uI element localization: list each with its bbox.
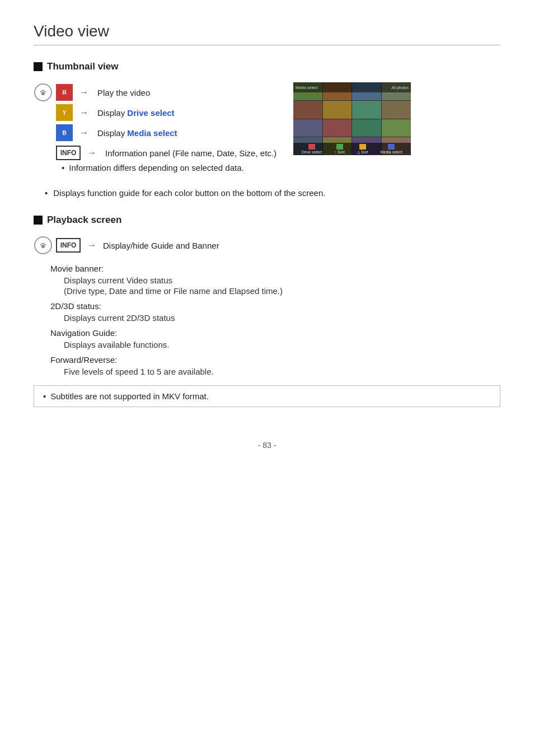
blue-button-icon: B	[56, 124, 73, 141]
row2-desc: Display Drive select	[97, 108, 175, 118]
thumb-cell	[352, 119, 381, 137]
thumb-cell	[352, 101, 381, 119]
svg-point-3	[41, 245, 45, 248]
row4-desc: Information panel (File name, Date, Size…	[105, 148, 277, 158]
remote-icon	[34, 83, 53, 102]
detail-nav-guide: Navigation Guide: Displays available fun…	[50, 328, 500, 349]
thumb-top-bar: Media select All photos	[293, 82, 411, 92]
thumbnail-preview-image: Media select All photos	[293, 82, 411, 155]
forward-reverse-label: Forward/Reverse:	[50, 355, 500, 365]
thumb-btn-3: △ Sort	[357, 144, 368, 155]
nav-guide-label: Navigation Guide:	[50, 328, 500, 338]
thumb-btn-2: ↑ Sort	[335, 144, 345, 154]
nav-guide-value: Displays available functions.	[50, 340, 500, 349]
thumbnail-section: Thumbnail view R → Play the video Y	[34, 61, 500, 198]
detail-2d3d-status: 2D/3D status: Displays current 2D/3D sta…	[50, 301, 500, 323]
thumb-cell	[382, 119, 411, 137]
arrow-icon-3: →	[79, 128, 88, 138]
page-title: Video view	[34, 22, 500, 45]
playback-details: Movie banner: Displays current Video sta…	[50, 264, 500, 376]
detail-movie-banner: Movie banner: Displays current Video sta…	[50, 264, 500, 296]
svg-point-1	[41, 92, 45, 95]
thumbnail-row-3: B → Display Media select	[34, 123, 277, 143]
movie-banner-label: Movie banner:	[50, 264, 500, 273]
playback-section-square-icon	[34, 216, 43, 225]
row1-desc: Play the video	[97, 88, 150, 97]
media-select-link: Media select	[127, 128, 177, 138]
playback-action-row: INFO → Display/hide Guide and Banner	[34, 236, 500, 255]
playback-remote-icon	[34, 236, 53, 255]
thumb-btn-1: Drive select	[302, 144, 322, 154]
info-sub-bullet-text: Information differs depending on selecte…	[69, 163, 243, 172]
info-button-icon: INFO	[56, 146, 81, 160]
drive-select-link: Drive select	[127, 108, 174, 118]
thumbnail-row-2: Y → Display Drive select	[34, 102, 277, 123]
thumb-cell	[323, 101, 352, 119]
thumb-cell	[382, 101, 411, 119]
thumbnail-heading-label: Thumbnail view	[47, 61, 119, 72]
yellow-button-icon: Y	[56, 104, 73, 121]
playback-arrow-icon: →	[87, 240, 96, 250]
thumb-top-left: Media select	[296, 86, 317, 90]
thumb-bottom-bar: Drive select ↑ Sort △ Sort Media select	[293, 143, 411, 155]
2d3d-status-value: Displays current 2D/3D status	[50, 313, 500, 323]
section-square-icon	[34, 62, 43, 71]
playback-section: Playback screen INFO → Display/hide Guid…	[34, 214, 500, 407]
detail-forward-reverse: Forward/Reverse: Five levels of speed 1 …	[50, 355, 500, 376]
red-button-icon: R	[56, 84, 73, 101]
arrow-icon-4: →	[87, 148, 96, 158]
arrow-icon-1: →	[79, 87, 88, 97]
thumbnail-bottom-bullet: Displays function guide for each color b…	[34, 188, 500, 198]
row3-desc: Display Media select	[97, 128, 177, 138]
thumb-btn-4: Media select	[381, 144, 402, 154]
page-number: - 83 -	[34, 441, 500, 450]
2d3d-status-label: 2D/3D status:	[50, 301, 500, 311]
movie-banner-value-1: Displays current Video status	[50, 276, 500, 285]
playback-heading-label: Playback screen	[47, 214, 121, 226]
note-bullet: •	[43, 391, 46, 401]
playback-action-desc: Display/hide Guide and Banner	[103, 241, 219, 250]
info-sub-bullet: Information differs depending on selecte…	[34, 163, 277, 172]
playback-info-icon: INFO	[56, 238, 81, 253]
arrow-icon-2: →	[79, 108, 88, 118]
thumb-cell	[323, 119, 352, 137]
thumb-cell	[293, 101, 322, 119]
thumbnail-rows: R → Play the video Y → Display Drive sel…	[34, 82, 277, 175]
thumbnail-row-1: R → Play the video	[34, 82, 277, 102]
thumb-top-right: All photos	[391, 86, 409, 90]
note-box: • Subtitles are not supported in MKV for…	[34, 385, 500, 407]
movie-banner-value-2: (Drive type, Date and time or File name …	[50, 286, 500, 296]
thumbnail-heading: Thumbnail view	[34, 61, 500, 72]
note-text: Subtitles are not supported in MKV forma…	[50, 391, 209, 401]
thumb-cell	[293, 119, 322, 137]
thumbnail-content: R → Play the video Y → Display Drive sel…	[34, 82, 500, 175]
forward-reverse-value: Five levels of speed 1 to 5 are availabl…	[50, 367, 500, 376]
thumbnail-bottom-bullet-text: Displays function guide for each color b…	[53, 188, 325, 198]
thumbnail-row-4: INFO → Information panel (File name, Dat…	[34, 143, 277, 163]
playback-heading: Playback screen	[34, 214, 500, 226]
